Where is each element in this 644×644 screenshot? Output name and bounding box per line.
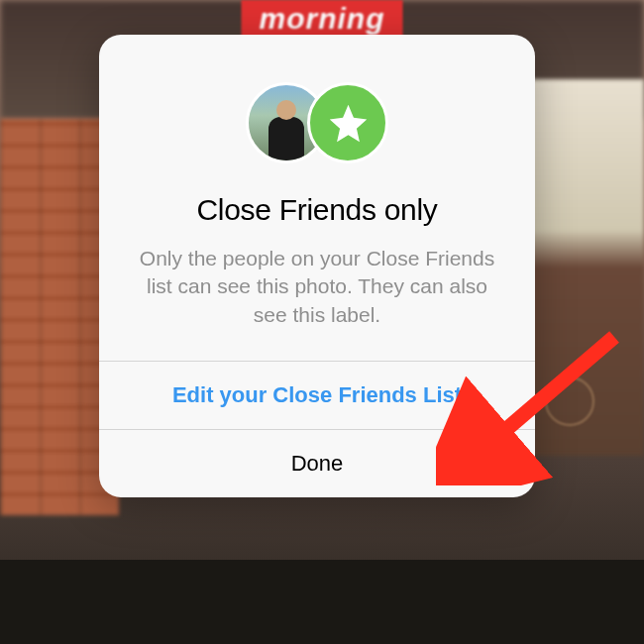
bg-counter (0, 560, 644, 644)
close-friends-badge (307, 82, 388, 163)
dialog-description: Only the people on your Close Friends li… (129, 245, 505, 329)
bg-coffee-logo (545, 376, 594, 426)
dialog-title: Close Friends only (129, 193, 505, 227)
story-gif-label: morning (242, 0, 403, 38)
edit-close-friends-button[interactable]: Edit your Close Friends List (99, 361, 535, 429)
done-button[interactable]: Done (99, 429, 535, 497)
star-icon (326, 101, 371, 146)
dialog-content: Close Friends only Only the people on yo… (99, 35, 535, 361)
close-friends-dialog: Close Friends only Only the people on yo… (99, 35, 535, 497)
avatar-group (129, 82, 505, 163)
